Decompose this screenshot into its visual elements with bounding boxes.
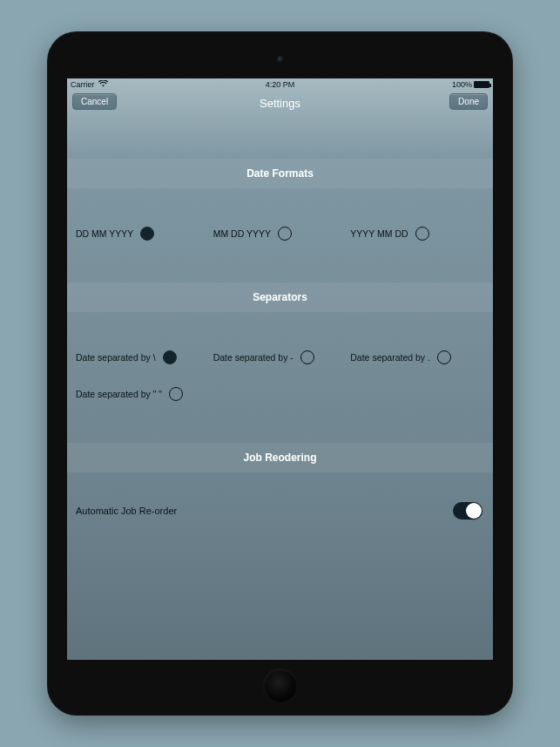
option-label: YYYY MM DD bbox=[350, 228, 408, 239]
option-label: MM DD YYYY bbox=[213, 228, 271, 239]
option-label: Date separated by " " bbox=[76, 389, 162, 399]
date-formats-options: DD MM YYYY MM DD YYYY YYYY MM DD bbox=[67, 188, 493, 248]
radio-icon[interactable] bbox=[169, 387, 183, 401]
content: Date Formats DD MM YYYY MM DD YYYY YYYY … bbox=[67, 115, 493, 520]
header-job-reordering: Job Reodering bbox=[67, 443, 493, 472]
automatic-reorder-label: Automatic Job Re-order bbox=[76, 506, 177, 516]
nav-bar: Cancel Settings Done bbox=[67, 91, 493, 115]
option-mm-dd-yyyy[interactable]: MM DD YYYY bbox=[212, 227, 349, 241]
page-title: Settings bbox=[260, 97, 300, 110]
automatic-reorder-toggle[interactable] bbox=[453, 502, 482, 520]
option-label: DD MM YYYY bbox=[76, 228, 133, 239]
screen: Carrier 4:20 PM 100% Cancel Settings Don… bbox=[67, 78, 493, 660]
radio-icon[interactable] bbox=[278, 227, 292, 241]
option-sep-backslash[interactable]: Date separated by \ bbox=[74, 350, 212, 364]
radio-icon[interactable] bbox=[140, 227, 154, 241]
option-label: Date separated by \ bbox=[76, 352, 156, 363]
toggle-knob-icon bbox=[466, 503, 482, 519]
radio-icon[interactable] bbox=[415, 227, 429, 241]
separators-options: Date separated by \ Date separated by - … bbox=[67, 312, 493, 408]
status-bar: Carrier 4:20 PM 100% bbox=[67, 78, 493, 91]
tablet-frame: Carrier 4:20 PM 100% Cancel Settings Don… bbox=[47, 31, 513, 716]
header-date-formats: Date Formats bbox=[67, 159, 493, 188]
home-button[interactable] bbox=[263, 669, 298, 703]
radio-icon[interactable] bbox=[163, 350, 177, 364]
option-label: Date separated by - bbox=[213, 352, 293, 363]
cancel-button[interactable]: Cancel bbox=[72, 93, 117, 110]
radio-icon[interactable] bbox=[300, 350, 314, 364]
done-button[interactable]: Done bbox=[449, 93, 488, 110]
status-time: 4:20 PM bbox=[67, 80, 493, 89]
option-sep-dash[interactable]: Date separated by - bbox=[212, 350, 349, 364]
battery-icon bbox=[474, 81, 489, 88]
option-label: Date separated by . bbox=[350, 352, 430, 363]
option-yyyy-mm-dd[interactable]: YYYY MM DD bbox=[348, 227, 486, 241]
option-sep-space[interactable]: Date separated by " " bbox=[74, 387, 212, 401]
option-dd-mm-yyyy[interactable]: DD MM YYYY bbox=[74, 227, 212, 241]
radio-icon[interactable] bbox=[437, 350, 451, 364]
option-sep-dot[interactable]: Date separated by . bbox=[348, 350, 486, 364]
front-camera-icon bbox=[277, 56, 284, 63]
automatic-reorder-row: Automatic Job Re-order bbox=[67, 472, 493, 520]
header-separators: Separators bbox=[67, 282, 493, 312]
